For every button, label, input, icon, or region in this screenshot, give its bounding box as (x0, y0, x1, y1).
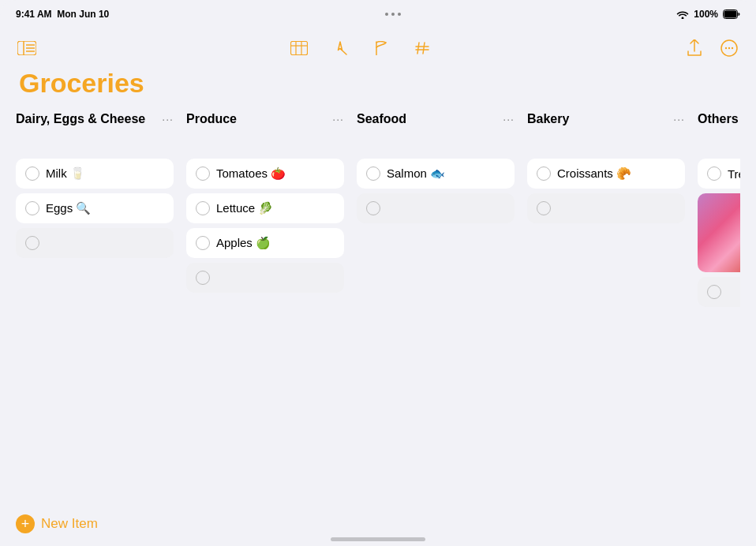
svg-line-13 (423, 43, 425, 54)
column-more-bakery[interactable]: ··· (673, 113, 685, 125)
item-text: Croissants 🥐 (557, 166, 631, 181)
item-text: Apples 🍏 (216, 236, 271, 250)
list-item[interactable]: Eggs 🔍 (16, 193, 174, 223)
list-item-empty[interactable] (16, 228, 174, 258)
status-center (385, 13, 401, 16)
checkbox[interactable] (196, 201, 210, 215)
battery-level: 100% (694, 9, 718, 20)
new-item-button[interactable]: + New Item (16, 514, 98, 533)
status-time-date: 9:41 AM Mon Jun 10 (16, 9, 109, 20)
list-item[interactable]: Milk 🥛 (16, 159, 174, 189)
column-produce: Produce ··· Tomatoes 🍅 Lettuce 🥬 Apples … (186, 111, 344, 312)
list-item-empty[interactable] (357, 193, 515, 223)
item-text: Tomatoes 🍅 (216, 166, 286, 181)
column-seafood: Seafood ··· Salmon 🐟 (357, 111, 515, 312)
toolbar-right (683, 37, 740, 59)
status-right: 100% (676, 9, 740, 20)
column-more-dairy[interactable]: ··· (162, 113, 174, 125)
svg-point-19 (732, 47, 733, 49)
main-content: Groceries Dairy, Eggs & Cheese ··· Milk … (0, 68, 756, 327)
list-item[interactable]: Croissants 🥐 (527, 159, 685, 189)
item-text: Eggs 🔍 (46, 201, 91, 215)
status-bar: 9:41 AM Mon Jun 10 100% (0, 0, 756, 28)
battery-icon (723, 9, 740, 19)
toolbar (0, 28, 756, 68)
checkbox[interactable] (196, 166, 210, 181)
column-title-others: Others (698, 111, 740, 126)
column-others: Others Treats for (698, 111, 740, 312)
checkbox[interactable] (537, 201, 551, 215)
list-item[interactable]: Apples 🍏 (186, 228, 344, 258)
column-header-others: Others (698, 111, 740, 149)
column-title-dairy: Dairy, Eggs & Cheese (16, 111, 155, 126)
checkbox[interactable] (537, 166, 551, 181)
columns-container: Dairy, Eggs & Cheese ··· Milk 🥛 Eggs 🔍 P… (16, 111, 740, 312)
column-bakery: Bakery ··· Croissants 🥐 (527, 111, 685, 312)
dot1 (385, 13, 388, 16)
list-item-empty[interactable] (698, 277, 740, 307)
list-item[interactable]: Tomatoes 🍅 (186, 159, 344, 189)
checkbox[interactable] (25, 236, 39, 250)
checkbox[interactable] (25, 166, 39, 181)
column-title-bakery: Bakery (527, 111, 667, 126)
toolbar-left (16, 37, 38, 59)
svg-rect-1 (724, 11, 737, 18)
bottom-bar: + New Item (0, 514, 756, 533)
checkbox[interactable] (707, 285, 721, 299)
list-item-empty[interactable] (527, 193, 685, 223)
list-item[interactable]: Treats for (698, 159, 740, 189)
dot3 (398, 13, 401, 16)
column-title-produce: Produce (186, 111, 326, 126)
svg-rect-7 (291, 42, 308, 55)
svg-point-18 (728, 47, 730, 49)
svg-point-17 (725, 47, 727, 49)
column-header-dairy: Dairy, Eggs & Cheese ··· (16, 111, 174, 149)
column-more-seafood[interactable]: ··· (503, 113, 515, 125)
wifi-icon (676, 9, 689, 19)
checkbox[interactable] (366, 201, 380, 215)
new-item-label: New Item (41, 516, 98, 532)
toolbar-center (288, 37, 433, 59)
list-item[interactable]: Salmon 🐟 (357, 159, 515, 189)
list-item-empty[interactable] (186, 263, 344, 293)
svg-line-12 (417, 43, 419, 54)
hashtag-button[interactable] (411, 37, 433, 59)
item-text: Lettuce 🥬 (216, 201, 273, 215)
checkbox[interactable] (25, 201, 39, 215)
sidebar-toggle-button[interactable] (16, 37, 38, 59)
home-indicator (331, 537, 425, 541)
list-item[interactable]: Lettuce 🥬 (186, 193, 344, 223)
column-more-produce[interactable]: ··· (332, 113, 344, 125)
column-dairy: Dairy, Eggs & Cheese ··· Milk 🥛 Eggs 🔍 (16, 111, 174, 312)
others-image (698, 193, 740, 272)
checkbox[interactable] (366, 166, 380, 181)
new-item-plus-icon: + (16, 514, 35, 533)
column-header-bakery: Bakery ··· (527, 111, 685, 149)
column-title-seafood: Seafood (357, 111, 496, 126)
page-title: Groceries (16, 68, 740, 99)
item-text: Salmon 🐟 (387, 166, 445, 181)
navigate-button[interactable] (329, 37, 351, 59)
checkbox[interactable] (196, 271, 210, 285)
share-button[interactable] (683, 37, 705, 59)
checkbox[interactable] (196, 236, 210, 250)
dot2 (391, 13, 395, 16)
more-options-button[interactable] (718, 37, 740, 59)
item-text: Milk 🥛 (46, 166, 85, 181)
checkbox[interactable] (707, 166, 721, 181)
flag-button[interactable] (370, 37, 392, 59)
column-header-produce: Produce ··· (186, 111, 344, 149)
item-text: Treats for (728, 167, 740, 181)
table-view-button[interactable] (288, 37, 310, 59)
column-header-seafood: Seafood ··· (357, 111, 515, 149)
